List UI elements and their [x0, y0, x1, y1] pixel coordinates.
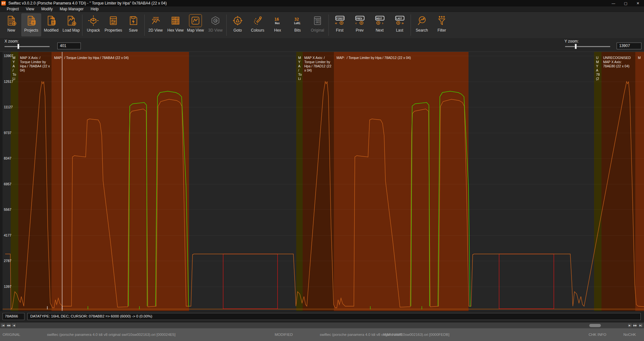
menu-item-modify[interactable]: Modify	[38, 7, 56, 11]
toolbar-button-colours[interactable]: Colours	[248, 13, 268, 36]
scroll-left-button-1-icon[interactable]: |◀	[1, 323, 5, 328]
y-zoom-value-input[interactable]: 13907	[617, 43, 641, 49]
toolbar-separator	[226, 15, 227, 36]
y-axis-label: 9737	[4, 131, 18, 135]
toolbar-button-label: Hex View	[167, 28, 184, 33]
toolbar-button-save[interactable]: Save	[123, 13, 143, 36]
search-icon	[415, 14, 428, 27]
toolbar-button-label: Map View	[187, 28, 204, 33]
svg-text:PREV: PREV	[356, 17, 363, 20]
toolbar-separator	[411, 15, 411, 36]
toolbar-button-load-map[interactable]: Load Map	[61, 13, 81, 36]
y-zoom-label: Y zoom:	[564, 39, 579, 44]
menu-item-help[interactable]: Help	[87, 7, 102, 11]
menu-item-map-manager[interactable]: Map Manager	[56, 7, 87, 11]
toolbar-button-hex[interactable]: 16HexHex	[268, 13, 288, 36]
scroll-right-button-3-icon[interactable]: ▶|	[638, 323, 643, 328]
svg-text:52: 52	[173, 19, 175, 22]
menu-item-view[interactable]: View	[22, 7, 38, 11]
minimize-icon[interactable]: —	[607, 0, 620, 6]
hex-16-icon: 16Hex	[271, 14, 284, 27]
maximize-icon[interactable]: ▢	[620, 0, 632, 6]
toolbar-button-label: Properties	[105, 28, 122, 33]
scroll-left-button-2-icon[interactable]: ◀◀	[6, 323, 11, 328]
y-axis-label: 11127	[4, 105, 18, 109]
toolbar-button-unpack[interactable]: Unpack	[83, 13, 103, 36]
load-map-icon	[65, 14, 78, 27]
close-icon[interactable]: ✕	[632, 0, 644, 6]
unpack-icon	[87, 14, 100, 27]
svg-text:.MOD: .MOD	[49, 17, 55, 20]
svg-text:«: «	[335, 21, 337, 25]
x-zoom-slider-track[interactable]	[5, 46, 50, 47]
y-axis-label: 8347	[4, 156, 18, 160]
x-zoom-value-input[interactable]: 401	[57, 43, 81, 49]
toolbar-button-bits[interactable]: 32LoHiBits	[288, 13, 308, 36]
y-zoom-slider-thumb[interactable]	[575, 44, 577, 49]
y-gridline	[3, 287, 644, 287]
toolbar-button-map-view[interactable]: Map View	[185, 13, 205, 36]
toolbar-button-label: 2D View	[148, 28, 163, 33]
toolbar-button-label: Bits	[294, 28, 301, 33]
toolbar-button-label: Save	[129, 28, 137, 33]
toolbar-button-filter[interactable]: Filter	[432, 13, 452, 36]
y-zoom-slider-track[interactable]	[565, 46, 610, 47]
toolbar-button-label: New	[7, 28, 15, 33]
svg-text:›: ›	[382, 21, 384, 25]
y-gridline	[3, 158, 644, 159]
prev-icon: PREV‹	[353, 14, 366, 27]
toolbar-button-properties[interactable]: Properties	[103, 13, 123, 36]
scroll-right-button-1-icon[interactable]: ▶	[627, 323, 632, 328]
toolbar-button-2d-view[interactable]: 1010101012D View	[146, 13, 166, 36]
toolbar-button-label: Next	[376, 28, 384, 33]
new-document-icon: 01010101001	[5, 14, 18, 27]
map-2d-chart[interactable]: M Y A / To LiMAP X Axis: / Torque Limite…	[0, 52, 644, 311]
svg-text:ORI: ORI	[316, 21, 320, 24]
next-icon: NEXT›	[373, 14, 386, 27]
menu-item-project[interactable]: Project	[3, 7, 22, 11]
toolbar-button-3d-view: 3D3D View	[205, 13, 225, 36]
statusbar-field-7: NoCHK	[623, 333, 636, 336]
zoom-controls-row: X zoom: 401 Y zoom: 13907	[0, 38, 644, 52]
statusbar-field-1: ORIGINAL	[3, 333, 20, 336]
statusbar-field-6: CHK INFO	[589, 333, 606, 336]
bottom-status-bar: ORIGINALswiftec (porsche panamera 4.0 td…	[0, 328, 644, 341]
green-map-trace	[438, 91, 470, 307]
toolbar-button-label: Hex	[274, 28, 281, 33]
toolbar-button-new[interactable]: 01010101001New	[1, 13, 21, 36]
scroll-right-button-2-icon[interactable]: ▶▶	[633, 323, 638, 328]
toolbar-button-label: Search	[416, 28, 428, 33]
toolbar-button-next[interactable]: NEXT›Next	[370, 13, 390, 36]
svg-text:00: 00	[176, 22, 179, 24]
red-limit-rectangle	[223, 254, 278, 309]
scroll-left-button-3-icon[interactable]: ◀	[12, 323, 16, 328]
toolbar-button-search[interactable]: Search	[412, 13, 432, 36]
toolbar-separator	[144, 15, 145, 36]
original-icon: MODORI	[311, 14, 324, 27]
scrollbar-thumb[interactable]	[589, 324, 601, 327]
toolbar-button-goto[interactable]: Goto	[228, 13, 248, 36]
toolbar-button-first[interactable]: FIRST«First	[330, 13, 350, 36]
address-input[interactable]: 78AB66	[3, 313, 24, 320]
x-zoom-label: X zoom:	[5, 39, 19, 44]
horizontal-scrollbar[interactable]: |◀◀◀◀▶▶▶▶|	[0, 322, 644, 328]
y-gridline	[3, 133, 644, 133]
svg-text:»: »	[402, 21, 404, 25]
statusbar-field-2: swiftec (porsche panamera 4.0 tdi v8 ori…	[47, 333, 175, 336]
statusbar-field-5: MAP NAME	[383, 333, 403, 336]
toolbar-button-prev[interactable]: PREV‹Prev	[350, 13, 370, 36]
toolbar-button-projects[interactable]: 01010101001Projects	[21, 13, 41, 36]
toolbar-button-last[interactable]: LAST»Last	[390, 13, 410, 36]
toolbar-button-hex-view[interactable]: E8F652008000Hex View	[166, 13, 185, 36]
y-gridline	[3, 209, 644, 210]
toolbar-separator	[82, 15, 82, 36]
y-zoom-slider[interactable]	[565, 44, 610, 49]
toolbar-button-label: Original	[311, 28, 324, 33]
x-zoom-slider-thumb[interactable]	[17, 44, 19, 49]
y-axis-label: 12517	[4, 80, 18, 83]
status-row: 78AB66 DATATYPE: 16HL DEC; CURSOR: 078AB…	[0, 311, 644, 322]
x-zoom-slider[interactable]	[5, 44, 50, 49]
svg-text:NEXT: NEXT	[376, 17, 383, 20]
y-axis-label: 13907	[4, 54, 18, 58]
toolbar-button-modified[interactable]: .MODModified	[41, 13, 61, 36]
